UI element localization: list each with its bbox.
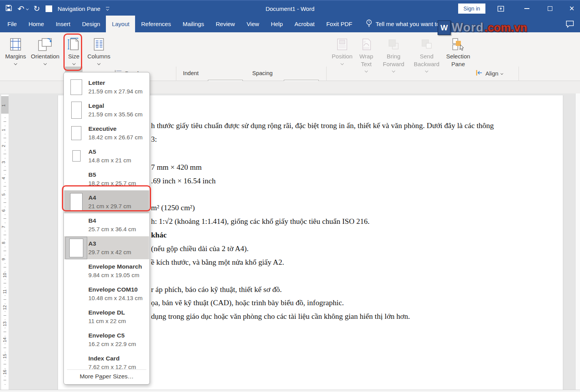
ribbon-display-options-icon[interactable]: [495, 4, 506, 13]
tab-file[interactable]: File: [2, 16, 23, 32]
close-button[interactable]: ×: [564, 1, 580, 16]
size-option-b4[interactable]: B425.7 cm x 36.4 cm: [64, 213, 149, 236]
tab-acrobat[interactable]: Acrobat: [289, 16, 321, 32]
vertical-scrollbar[interactable]: [575, 93, 580, 392]
comment-icon[interactable]: [566, 20, 574, 30]
ruler-number: 3: [1, 161, 6, 163]
ruler-tick: [5, 368, 5, 369]
navigation-pane-checkbox[interactable]: [46, 5, 52, 12]
paper-size-name: Index Card: [88, 354, 136, 363]
tab-view[interactable]: View: [241, 16, 265, 32]
size-button[interactable]: Size: [65, 35, 83, 75]
menu-separator: [67, 369, 146, 370]
size-option-envelope-monarch[interactable]: Envelope Monarch9.84 cm x 19.05 cm: [64, 259, 149, 282]
ruler-tick: [5, 214, 5, 215]
tab-layout[interactable]: Layout: [106, 16, 135, 32]
document-text-line: khác: [151, 231, 167, 239]
size-icon: [67, 36, 81, 53]
size-option-letter[interactable]: Letter21.59 cm x 27.94 cm: [64, 76, 149, 98]
save-icon[interactable]: [5, 5, 12, 12]
size-option-envelope-com10[interactable]: Envelope COM1010.48 cm x 24.13 cm: [64, 282, 149, 305]
ruler-tick: [4, 315, 6, 316]
paper-size-name: Legal: [88, 102, 142, 110]
paper-size-name: Envelope DL: [88, 308, 126, 317]
maximize-button[interactable]: [541, 1, 559, 16]
customize-qat-icon[interactable]: [106, 7, 109, 10]
ruler-tick: [4, 121, 6, 122]
size-option-legal[interactable]: Legal21.59 cm x 35.56 cm: [64, 98, 149, 121]
ruler-number: 16: [2, 370, 7, 374]
tab-references[interactable]: References: [135, 16, 177, 32]
tab-insert[interactable]: Insert: [50, 16, 76, 32]
orientation-button[interactable]: Orientation: [30, 35, 60, 75]
ruler-tick: [5, 207, 5, 207]
size-option-executive[interactable]: Executive18.42 cm x 26.67 cm: [64, 121, 149, 144]
tab-home[interactable]: Home: [23, 16, 50, 32]
size-option-b5[interactable]: B518.2 cm x 25.7 cm: [64, 167, 149, 190]
size-option-a5[interactable]: A514.8 cm x 21 cm: [64, 144, 149, 167]
paper-size-dimensions: 21.59 cm x 35.56 cm: [88, 110, 142, 118]
more-paper-sizes-item[interactable]: More Paper Sizes…: [64, 373, 149, 380]
document-text-line: m² (1250 cm²): [151, 204, 195, 212]
paper-size-name: Envelope C5: [88, 331, 136, 340]
ruler-number: 4: [1, 177, 6, 179]
selection-pane-icon: [452, 36, 464, 53]
ruler-tick: [5, 174, 5, 175]
ruler-tick: [5, 384, 5, 385]
ruler-number: 10: [2, 273, 7, 278]
paper-size-dimensions: 25.7 cm x 36.4 cm: [88, 225, 136, 233]
margins-button[interactable]: Margins: [4, 35, 27, 75]
ruler-tick: [5, 158, 5, 158]
ruler-tick: [5, 263, 5, 264]
undo-icon[interactable]: ↶: [18, 5, 25, 13]
tab-review[interactable]: Review: [210, 16, 241, 32]
ruler-number: 12: [2, 305, 7, 310]
paper-size-name: A5: [88, 148, 131, 156]
ruler-tick: [5, 231, 5, 231]
vertical-ruler[interactable]: 112345678910111213141516: [1, 95, 9, 392]
tab-mailings[interactable]: Mailings: [177, 16, 210, 32]
document-text-line: (nếu gộp chiều dài của 2 tờ A4).: [151, 244, 249, 253]
size-option-envelope-c5[interactable]: Envelope C516.2 cm x 22.9 cm: [64, 328, 149, 351]
size-option-index-card[interactable]: Index Card7.62 cm x 12.7 cm: [64, 351, 149, 374]
ruler-tick: [5, 295, 5, 296]
paper-size-name: A4: [88, 193, 131, 202]
ruler-tick: [4, 138, 6, 138]
paper-size-icon: [64, 126, 88, 140]
columns-button[interactable]: Columns: [86, 35, 111, 75]
minimize-button[interactable]: [518, 1, 536, 16]
size-option-a4[interactable]: A421 cm x 29.7 cm: [64, 190, 149, 213]
ruler-tick: [4, 299, 6, 300]
tab-foxit-pdf[interactable]: Foxit PDF: [320, 16, 358, 32]
position-icon: [337, 36, 348, 53]
ruler-tick: [5, 118, 5, 118]
ruler-number: 5: [1, 193, 6, 195]
ruler-number: 14: [2, 338, 7, 342]
sign-in-button[interactable]: Sign in: [458, 4, 485, 14]
align-button[interactable]: Align: [476, 68, 503, 78]
ruler-tick: [4, 380, 6, 380]
indent-header: Indent: [183, 70, 199, 76]
ruler-number: 1: [1, 128, 6, 131]
tab-design[interactable]: Design: [76, 16, 106, 32]
ruler-number: 8: [1, 242, 6, 244]
tab-help[interactable]: Help: [265, 16, 289, 32]
document-text-line: .69 inch × 16.54 inch: [151, 177, 216, 185]
ruler-tick: [5, 126, 5, 126]
size-option-envelope-dl[interactable]: Envelope DL11 cm x 22 cm: [64, 305, 149, 328]
navigation-pane-label[interactable]: Navigation Pane: [58, 5, 100, 12]
ruler-tick: [5, 304, 5, 304]
selection-pane-button[interactable]: Selection Pane: [445, 35, 472, 75]
document-text-line: dụng trong giáo dục hoặc văn phòng cho c…: [151, 312, 410, 321]
paper-size-name: Executive: [88, 125, 142, 133]
paper-size-icon: [64, 237, 88, 259]
ruler-tick: [4, 348, 6, 348]
tell-me-box[interactable]: Tell me what you want to do: [366, 16, 448, 32]
ruler-tick: [4, 170, 6, 171]
ruler-tick: [5, 344, 5, 344]
paper-size-name: Letter: [88, 79, 142, 87]
undo-dropdown-icon[interactable]: [26, 7, 28, 10]
redo-icon[interactable]: ↻: [33, 5, 40, 12]
ruler-number: 1: [1, 104, 6, 106]
size-option-a3[interactable]: A329.7 cm x 42 cm: [64, 236, 149, 259]
